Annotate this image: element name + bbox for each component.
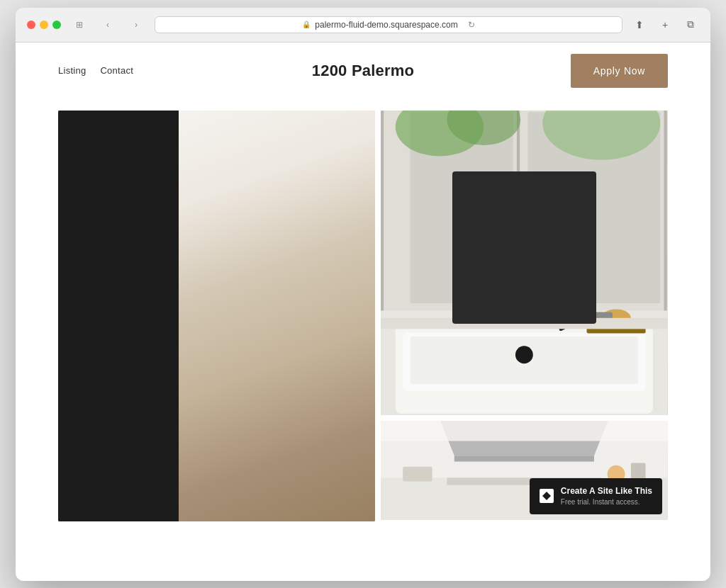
svg-rect-59: [381, 421, 668, 441]
svg-rect-50: [381, 317, 668, 329]
svg-point-43: [531, 259, 546, 273]
svg-rect-4: [172, 429, 323, 474]
svg-point-8: [156, 459, 337, 519]
contact-nav-link[interactable]: Contact: [100, 65, 133, 76]
svg-point-6: [198, 466, 251, 497]
refresh-icon[interactable]: ↻: [468, 20, 475, 30]
svg-rect-17: [73, 444, 148, 475]
squarespace-badge[interactable]: Create A Site Like This Free trial. Inst…: [530, 478, 662, 514]
badge-cta: Create A Site Like This: [561, 485, 652, 497]
living-room-image: [58, 111, 375, 521]
badge-subtitle: Free trial. Instant access.: [561, 497, 652, 507]
svg-rect-27: [517, 111, 520, 310]
minimize-button[interactable]: [40, 21, 48, 29]
image-gallery: Create A Site Like This Free trial. Inst…: [16, 99, 710, 564]
svg-point-15: [286, 256, 298, 268]
squarespace-logo: [540, 489, 554, 503]
maximize-button[interactable]: [52, 21, 61, 29]
kitchen-image: Create A Site Like This Free trial. Inst…: [381, 421, 668, 520]
squarespace-badge-text: Create A Site Like This Free trial. Inst…: [561, 485, 652, 507]
svg-rect-56: [403, 466, 432, 481]
bathroom-image: [381, 111, 668, 415]
svg-point-7: [264, 477, 306, 501]
svg-rect-36: [508, 251, 513, 279]
close-button[interactable]: [27, 21, 35, 29]
browser-chrome: ⊞ ‹ › 🔒 palermo-fluid-demo.squarespace.c…: [16, 8, 710, 43]
new-tab-icon[interactable]: +: [657, 16, 674, 33]
traffic-lights: [27, 21, 61, 29]
svg-rect-14: [267, 203, 269, 248]
svg-point-11: [294, 285, 340, 346]
page-title: 1200 Palermo: [312, 62, 415, 80]
svg-point-46: [515, 346, 533, 363]
gallery-left-column: [58, 111, 375, 521]
svg-rect-54: [454, 456, 594, 461]
forward-button[interactable]: ›: [126, 18, 146, 32]
share-icon[interactable]: ⬆: [631, 16, 648, 33]
svg-rect-0: [58, 111, 179, 521]
svg-rect-20: [315, 232, 360, 383]
svg-rect-41: [505, 265, 517, 268]
svg-rect-44: [532, 265, 544, 268]
svg-rect-42: [509, 260, 512, 272]
browser-window: ⊞ ‹ › 🔒 palermo-fluid-demo.squarespace.c…: [16, 8, 710, 581]
lock-icon: 🔒: [302, 21, 311, 28]
svg-rect-3: [179, 111, 375, 399]
gallery-right-column: Create A Site Like This Free trial. Inst…: [381, 111, 668, 521]
site-content: Listing Contact 1200 Palermo Apply Now: [16, 43, 710, 581]
svg-rect-10: [315, 323, 319, 398]
svg-point-12: [292, 310, 323, 352]
nav-links: Listing Contact: [58, 65, 133, 76]
address-bar[interactable]: 🔒 palermo-fluid-demo.squarespace.com ↻: [155, 16, 622, 33]
svg-rect-37: [535, 251, 541, 279]
svg-rect-39: [508, 222, 513, 249]
svg-rect-45: [537, 260, 540, 272]
window-control-icon[interactable]: ⊞: [69, 18, 89, 32]
tabs-icon[interactable]: ⧉: [682, 16, 699, 33]
site-header: Listing Contact 1200 Palermo Apply Now: [16, 43, 710, 99]
svg-rect-16: [290, 217, 292, 263]
svg-rect-21: [337, 263, 339, 383]
apply-now-button[interactable]: Apply Now: [571, 54, 668, 88]
gallery-wrapper: Create A Site Like This Free trial. Inst…: [16, 99, 710, 564]
svg-rect-2: [58, 111, 375, 157]
url-text: palermo-fluid-demo.squarespace.com: [315, 20, 457, 30]
svg-rect-28: [664, 111, 667, 310]
svg-point-38: [501, 239, 519, 256]
svg-point-13: [262, 240, 277, 255]
back-button[interactable]: ‹: [98, 18, 118, 32]
svg-rect-1: [58, 383, 375, 521]
svg-rect-26: [381, 111, 384, 310]
svg-rect-5: [167, 422, 326, 436]
svg-rect-35: [503, 273, 547, 279]
svg-point-9: [141, 504, 216, 521]
svg-point-40: [503, 259, 518, 273]
listing-nav-link[interactable]: Listing: [58, 65, 86, 76]
svg-point-18: [100, 174, 138, 200]
